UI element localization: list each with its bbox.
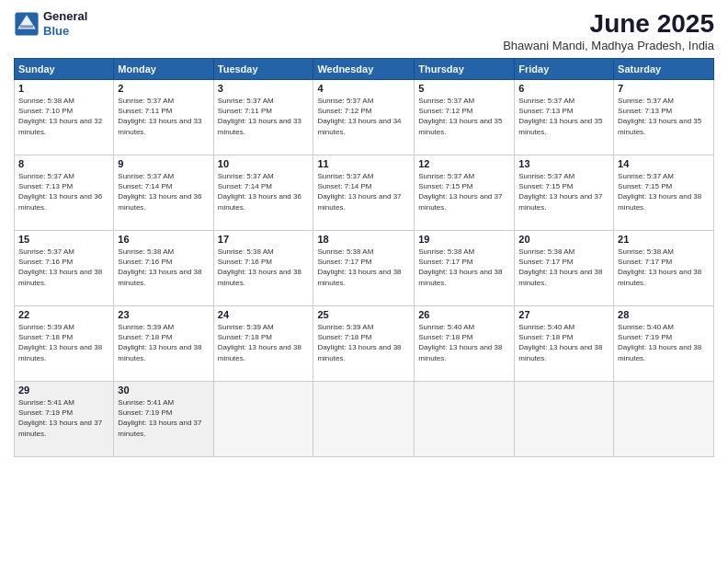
location: Bhawani Mandi, Madhya Pradesh, India bbox=[503, 39, 714, 52]
day-number: 10 bbox=[218, 158, 310, 169]
table-row: 7 Sunrise: 5:37 AMSunset: 7:13 PMDayligh… bbox=[614, 80, 714, 155]
day-info: Sunrise: 5:38 AMSunset: 7:16 PMDaylight:… bbox=[118, 247, 201, 287]
table-row: 26 Sunrise: 5:40 AMSunset: 7:18 PMDaylig… bbox=[415, 306, 515, 382]
day-info: Sunrise: 5:39 AMSunset: 7:18 PMDaylight:… bbox=[118, 323, 201, 362]
table-row: 20 Sunrise: 5:38 AMSunset: 7:17 PMDaylig… bbox=[515, 231, 614, 306]
day-info: Sunrise: 5:40 AMSunset: 7:19 PMDaylight:… bbox=[618, 323, 701, 362]
day-number: 6 bbox=[518, 83, 609, 94]
day-info: Sunrise: 5:38 AMSunset: 7:17 PMDaylight:… bbox=[618, 247, 701, 287]
calendar-week-row: 15 Sunrise: 5:37 AMSunset: 7:16 PMDaylig… bbox=[15, 231, 714, 306]
table-row: 4 Sunrise: 5:37 AMSunset: 7:12 PMDayligh… bbox=[313, 80, 415, 155]
logo-line1: General bbox=[43, 9, 87, 23]
day-number: 27 bbox=[518, 309, 609, 320]
table-row: 6 Sunrise: 5:37 AMSunset: 7:13 PMDayligh… bbox=[515, 80, 614, 155]
table-row: 21 Sunrise: 5:38 AMSunset: 7:17 PMDaylig… bbox=[614, 231, 714, 306]
day-info: Sunrise: 5:39 AMSunset: 7:18 PMDaylight:… bbox=[317, 323, 401, 362]
table-row: 16 Sunrise: 5:38 AMSunset: 7:16 PMDaylig… bbox=[114, 231, 213, 306]
table-row bbox=[515, 382, 614, 457]
table-row: 13 Sunrise: 5:37 AMSunset: 7:15 PMDaylig… bbox=[515, 155, 614, 231]
calendar-week-row: 8 Sunrise: 5:37 AMSunset: 7:13 PMDayligh… bbox=[15, 155, 714, 231]
table-row: 28 Sunrise: 5:40 AMSunset: 7:19 PMDaylig… bbox=[614, 306, 714, 382]
month-title: June 2025 bbox=[503, 9, 714, 39]
table-row: 9 Sunrise: 5:37 AMSunset: 7:14 PMDayligh… bbox=[114, 155, 213, 231]
day-info: Sunrise: 5:37 AMSunset: 7:14 PMDaylight:… bbox=[218, 172, 301, 212]
day-number: 7 bbox=[618, 83, 710, 94]
calendar-table: Sunday Monday Tuesday Wednesday Thursday… bbox=[14, 58, 714, 457]
day-number: 5 bbox=[418, 83, 510, 94]
calendar-header-row: Sunday Monday Tuesday Wednesday Thursday… bbox=[15, 59, 714, 80]
table-row: 24 Sunrise: 5:39 AMSunset: 7:18 PMDaylig… bbox=[213, 306, 313, 382]
day-number: 23 bbox=[118, 309, 209, 320]
day-number: 25 bbox=[317, 309, 410, 320]
day-number: 22 bbox=[18, 309, 109, 320]
title-block: June 2025 Bhawani Mandi, Madhya Pradesh,… bbox=[503, 9, 714, 52]
day-number: 17 bbox=[218, 234, 310, 245]
logo-line2: Blue bbox=[43, 24, 69, 38]
day-number: 1 bbox=[18, 83, 109, 94]
day-info: Sunrise: 5:37 AMSunset: 7:12 PMDaylight:… bbox=[317, 97, 401, 136]
day-info: Sunrise: 5:37 AMSunset: 7:11 PMDaylight:… bbox=[218, 97, 301, 136]
day-info: Sunrise: 5:40 AMSunset: 7:18 PMDaylight:… bbox=[518, 323, 602, 362]
day-number: 18 bbox=[317, 234, 410, 245]
day-number: 19 bbox=[418, 234, 510, 245]
day-info: Sunrise: 5:38 AMSunset: 7:17 PMDaylight:… bbox=[518, 247, 602, 287]
day-number: 13 bbox=[518, 158, 609, 169]
page: General Blue June 2025 Bhawani Mandi, Ma… bbox=[0, 0, 728, 563]
day-number: 12 bbox=[418, 158, 510, 169]
day-info: Sunrise: 5:37 AMSunset: 7:14 PMDaylight:… bbox=[118, 172, 201, 212]
day-info: Sunrise: 5:38 AMSunset: 7:16 PMDaylight:… bbox=[218, 247, 301, 287]
day-info: Sunrise: 5:39 AMSunset: 7:18 PMDaylight:… bbox=[218, 323, 301, 362]
day-number: 21 bbox=[618, 234, 710, 245]
col-friday: Friday bbox=[515, 59, 614, 80]
day-info: Sunrise: 5:37 AMSunset: 7:12 PMDaylight:… bbox=[418, 97, 502, 136]
day-info: Sunrise: 5:37 AMSunset: 7:13 PMDaylight:… bbox=[18, 172, 102, 212]
col-monday: Monday bbox=[114, 59, 213, 80]
calendar-week-row: 1 Sunrise: 5:38 AMSunset: 7:10 PMDayligh… bbox=[15, 80, 714, 155]
day-number: 30 bbox=[118, 385, 209, 396]
day-number: 26 bbox=[418, 309, 510, 320]
day-info: Sunrise: 5:37 AMSunset: 7:15 PMDaylight:… bbox=[518, 172, 602, 212]
table-row: 22 Sunrise: 5:39 AMSunset: 7:18 PMDaylig… bbox=[15, 306, 114, 382]
day-info: Sunrise: 5:37 AMSunset: 7:13 PMDaylight:… bbox=[518, 97, 602, 136]
day-info: Sunrise: 5:37 AMSunset: 7:11 PMDaylight:… bbox=[118, 97, 201, 136]
logo: General Blue bbox=[14, 9, 87, 38]
table-row: 14 Sunrise: 5:37 AMSunset: 7:15 PMDaylig… bbox=[614, 155, 714, 231]
col-saturday: Saturday bbox=[614, 59, 714, 80]
day-number: 14 bbox=[618, 158, 710, 169]
table-row bbox=[415, 382, 515, 457]
day-info: Sunrise: 5:38 AMSunset: 7:17 PMDaylight:… bbox=[418, 247, 502, 287]
table-row bbox=[614, 382, 714, 457]
day-info: Sunrise: 5:37 AMSunset: 7:16 PMDaylight:… bbox=[18, 247, 102, 287]
table-row: 29 Sunrise: 5:41 AMSunset: 7:19 PMDaylig… bbox=[15, 382, 114, 457]
logo-text: General Blue bbox=[43, 9, 87, 38]
day-info: Sunrise: 5:37 AMSunset: 7:13 PMDaylight:… bbox=[618, 97, 701, 136]
day-info: Sunrise: 5:39 AMSunset: 7:18 PMDaylight:… bbox=[18, 323, 102, 362]
table-row: 3 Sunrise: 5:37 AMSunset: 7:11 PMDayligh… bbox=[213, 80, 313, 155]
table-row: 1 Sunrise: 5:38 AMSunset: 7:10 PMDayligh… bbox=[15, 80, 114, 155]
day-info: Sunrise: 5:37 AMSunset: 7:15 PMDaylight:… bbox=[618, 172, 701, 212]
day-number: 20 bbox=[518, 234, 609, 245]
day-number: 16 bbox=[118, 234, 209, 245]
day-number: 29 bbox=[18, 385, 109, 396]
table-row: 30 Sunrise: 5:41 AMSunset: 7:19 PMDaylig… bbox=[114, 382, 213, 457]
table-row: 12 Sunrise: 5:37 AMSunset: 7:15 PMDaylig… bbox=[415, 155, 515, 231]
day-number: 24 bbox=[218, 309, 310, 320]
table-row: 2 Sunrise: 5:37 AMSunset: 7:11 PMDayligh… bbox=[114, 80, 213, 155]
day-number: 4 bbox=[317, 83, 410, 94]
general-blue-logo-icon bbox=[14, 11, 40, 37]
svg-rect-2 bbox=[20, 25, 33, 28]
col-wednesday: Wednesday bbox=[313, 59, 415, 80]
table-row: 11 Sunrise: 5:37 AMSunset: 7:14 PMDaylig… bbox=[313, 155, 415, 231]
table-row: 23 Sunrise: 5:39 AMSunset: 7:18 PMDaylig… bbox=[114, 306, 213, 382]
table-row: 19 Sunrise: 5:38 AMSunset: 7:17 PMDaylig… bbox=[415, 231, 515, 306]
day-number: 28 bbox=[618, 309, 710, 320]
table-row: 17 Sunrise: 5:38 AMSunset: 7:16 PMDaylig… bbox=[213, 231, 313, 306]
day-number: 15 bbox=[18, 234, 109, 245]
day-number: 9 bbox=[118, 158, 209, 169]
day-info: Sunrise: 5:41 AMSunset: 7:19 PMDaylight:… bbox=[18, 398, 102, 438]
day-number: 2 bbox=[118, 83, 209, 94]
col-thursday: Thursday bbox=[415, 59, 515, 80]
col-tuesday: Tuesday bbox=[213, 59, 313, 80]
day-info: Sunrise: 5:38 AMSunset: 7:17 PMDaylight:… bbox=[317, 247, 401, 287]
table-row: 27 Sunrise: 5:40 AMSunset: 7:18 PMDaylig… bbox=[515, 306, 614, 382]
